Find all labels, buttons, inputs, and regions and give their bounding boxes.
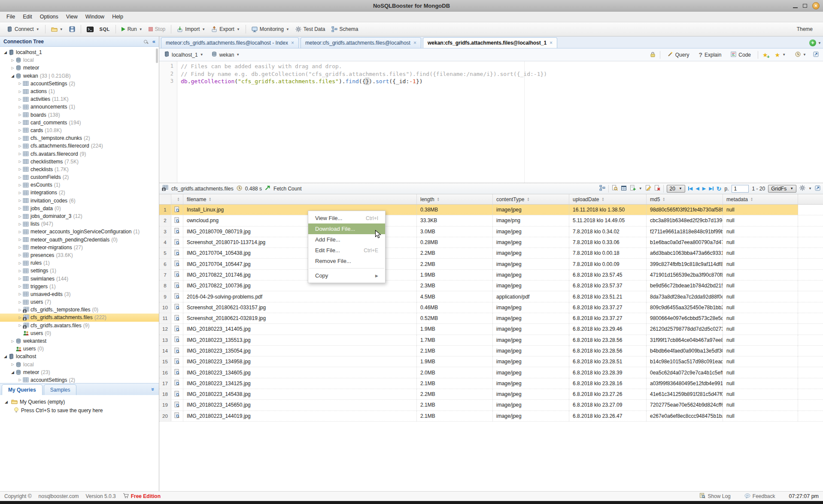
expand-arrow-icon[interactable]: ▷ <box>17 97 23 101</box>
row-preview-button[interactable] <box>171 411 183 421</box>
expand-arrow-icon[interactable]: ▷ <box>17 245 23 249</box>
expand-arrow-icon[interactable]: ▷ <box>17 222 23 226</box>
tree-item-wekan[interactable]: ◢wekan(33 | 0.21GB) <box>0 72 159 80</box>
test-data-button[interactable]: Test Data <box>292 24 328 34</box>
page-number-input[interactable] <box>732 185 749 193</box>
lock-icon[interactable] <box>650 51 656 58</box>
context-menu-item-view-file[interactable]: View File...Ctrl+I <box>308 213 385 223</box>
menu-edit[interactable]: Edit <box>19 12 36 21</box>
feedback-button[interactable]: Feedback <box>744 493 775 500</box>
tree-item-jobs-dominator-3[interactable]: ▷jobs_dominator_3(12) <box>0 212 159 220</box>
tree-item-settings[interactable]: ▷settings(1) <box>0 267 159 275</box>
scrollbar-thumb[interactable] <box>156 48 158 63</box>
save-button[interactable] <box>66 24 78 34</box>
export-button[interactable]: Export▼ <box>208 24 243 34</box>
column-header-metadata[interactable]: metadata <box>723 194 798 204</box>
fetch-count-button[interactable]: Fetch Count <box>273 186 301 192</box>
collapse-arrow-icon[interactable]: ◢ <box>10 370 15 374</box>
row-preview-button[interactable] <box>171 281 183 291</box>
expand-arrow-icon[interactable]: ▷ <box>17 152 23 156</box>
sidebar-tab-samples[interactable]: Samples <box>44 384 77 395</box>
tree-item-accountsettings[interactable]: ▷accountSettings(2) <box>0 376 159 383</box>
tree-item-meteor[interactable]: ◢meteor(23) <box>0 368 159 376</box>
column-header-filename[interactable]: filename <box>183 194 417 204</box>
show-log-button[interactable]: Show Log <box>699 493 730 500</box>
expand-arrow-icon[interactable]: ▷ <box>10 66 15 70</box>
collapse-arrow-icon[interactable]: ◢ <box>3 354 8 359</box>
row-preview-button[interactable] <box>171 270 183 280</box>
row-preview-button[interactable] <box>171 215 183 226</box>
table-row[interactable]: 5IMG_20170704_105438.jpg2.2MBimage/jpeg7… <box>159 248 823 259</box>
expand-arrow-icon[interactable]: ▷ <box>17 292 23 296</box>
expand-arrow-icon[interactable]: ▷ <box>17 90 23 94</box>
table-row[interactable]: 8IMG_20170822_100736.jpg2.3MBimage/jpeg6… <box>159 281 823 291</box>
delete-document-icon[interactable] <box>654 185 660 192</box>
tree-item-unsaved-edits[interactable]: ▷unsaved-edits(3) <box>0 290 159 298</box>
collapse-arrow-icon[interactable]: ◢ <box>10 74 15 78</box>
column-header-sort[interactable] <box>171 194 183 204</box>
tree-item-cards[interactable]: ▷cards(10.8K) <box>0 127 159 134</box>
row-preview-button[interactable] <box>171 302 183 313</box>
schema-button[interactable]: Schema <box>328 24 361 34</box>
tree-item-rules[interactable]: ▷rules(1) <box>0 259 159 267</box>
history-button[interactable]: ▼ <box>793 50 809 60</box>
tree-item-boards[interactable]: ▷boards(138) <box>0 111 159 119</box>
table-row[interactable]: 6IMG_20170704_105447.jpg2.2MBimage/jpeg7… <box>159 259 823 269</box>
connect-button[interactable]: Connect▼ <box>3 24 43 34</box>
row-preview-button[interactable] <box>171 248 183 258</box>
tree-item-announcements[interactable]: ▷announcements(1) <box>0 103 159 111</box>
table-row[interactable]: 15IMG_20180223_134958.jpg1.9MBimage/jpeg… <box>159 356 823 367</box>
tree-item-activities[interactable]: ▷activities(11.1K) <box>0 95 159 103</box>
tree-item-jobs-data[interactable]: ▷jobs_data(0) <box>0 205 159 212</box>
free-edition-button[interactable]: Free Edition <box>123 493 161 500</box>
first-page-button[interactable]: ◀ <box>688 186 692 191</box>
row-preview-button[interactable] <box>171 259 183 269</box>
tree-item-checklistitems[interactable]: ▷checklistItems(7.5K) <box>0 158 159 166</box>
edit-document-icon[interactable] <box>645 185 651 192</box>
table-row[interactable]: 11Screenshot_20180621-032819.jpg0.52MBim… <box>159 313 823 324</box>
row-preview-button[interactable] <box>171 400 183 410</box>
expand-arrow-icon[interactable]: ▷ <box>17 230 23 234</box>
expand-arrow-icon[interactable]: ▷ <box>17 277 23 281</box>
context-menu-item-remove-file[interactable]: Remove File... <box>308 256 385 266</box>
tree-item-lists[interactable]: ▷lists(947) <box>0 220 159 228</box>
expand-icon[interactable] <box>813 51 819 58</box>
tree-item-localhost-1[interactable]: ◢localhost_1 <box>0 48 159 56</box>
table-row[interactable]: 1Install_Linux.jpg0.38MBimage/jpeg16.11.… <box>159 205 823 215</box>
favorites-button[interactable]: ★▼ <box>772 51 788 59</box>
page-size-select[interactable]: 20▼ <box>667 185 685 193</box>
tree-item-customfields[interactable]: ▷customFields(2) <box>0 173 159 181</box>
expand-arrow-icon[interactable]: ▷ <box>10 362 15 366</box>
expand-arrow-icon[interactable]: ▷ <box>10 339 15 343</box>
connection-selector[interactable]: localhost_1 ▼ <box>164 51 203 58</box>
menu-file[interactable]: File <box>3 12 19 21</box>
add-favorite-icon[interactable]: ★ <box>762 52 768 58</box>
table-view-icon[interactable] <box>621 185 627 192</box>
row-preview-button[interactable] <box>171 346 183 356</box>
import-button[interactable]: Import▼ <box>174 24 208 34</box>
table-row[interactable]: 16IMG_20180223_134605.jpg2.0MBimage/jpeg… <box>159 367 823 378</box>
tree-item-meteor-accounts-loginserviceconfiguration[interactable]: ▷meteor_accounts_loginServiceConfigurati… <box>0 228 159 235</box>
column-header-length[interactable]: length <box>417 194 493 204</box>
tab-close-icon[interactable]: × <box>413 40 416 46</box>
new-tab-button[interactable]: + ▼ <box>809 39 821 48</box>
add-document-icon[interactable] <box>630 185 636 192</box>
expand-arrow-icon[interactable]: ▷ <box>17 261 23 265</box>
expand-arrow-icon[interactable]: ▷ <box>17 113 23 117</box>
table-row[interactable]: 4Screenshot_20180710-113714.jpg0.28MBima… <box>159 237 823 248</box>
row-preview-button[interactable] <box>171 226 183 237</box>
tab-close-icon[interactable]: × <box>291 40 294 46</box>
expand-arrow-icon[interactable]: ▷ <box>17 191 23 195</box>
expand-arrow-icon[interactable]: ▷ <box>17 308 23 312</box>
row-preview-button[interactable] <box>171 378 183 389</box>
expand-arrow-icon[interactable]: ▷ <box>17 136 23 140</box>
row-preview-button[interactable] <box>171 313 183 323</box>
open-file-button[interactable]: ▼ <box>48 25 66 33</box>
find-in-results-icon[interactable] <box>612 185 618 192</box>
expand-arrow-icon[interactable]: ▷ <box>17 214 23 218</box>
run-button[interactable]: Run▼ <box>118 24 146 34</box>
tree-item-meteor[interactable]: ▷meteor <box>0 64 159 72</box>
refresh-icon[interactable]: ↻ <box>717 185 722 192</box>
tree-item-cfs-attachments-filerecord[interactable]: ▷cfs.attachments.filerecord(224) <box>0 142 159 150</box>
monitoring-button[interactable]: Monitoring▼ <box>249 24 292 34</box>
